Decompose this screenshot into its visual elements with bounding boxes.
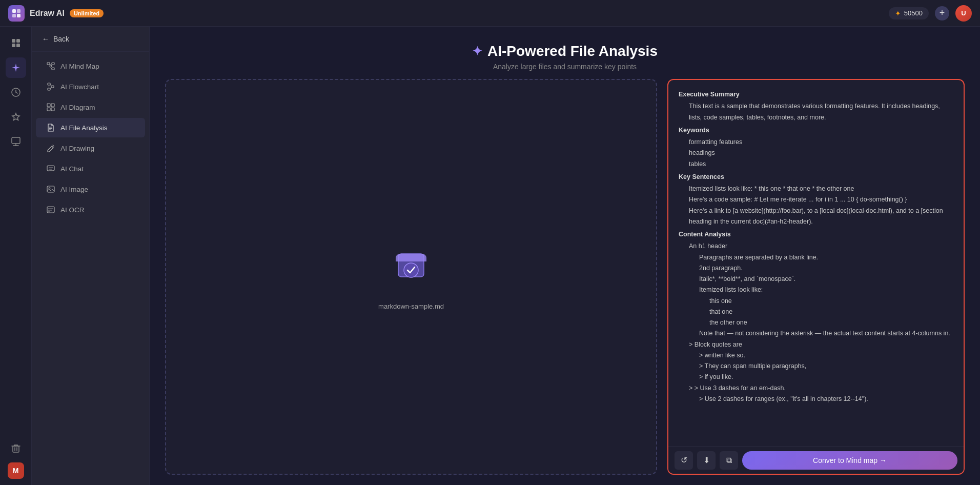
ai-diagram-label: AI Diagram xyxy=(60,104,95,111)
file-drop-panel[interactable]: markdown-sample.md xyxy=(165,79,657,475)
svg-rect-35 xyxy=(47,186,54,192)
result-line-24: > > Use 3 dashes for an em-dash. xyxy=(679,383,953,394)
svg-rect-32 xyxy=(47,166,54,171)
ai-chat-icon xyxy=(46,164,55,173)
svg-rect-13 xyxy=(52,68,54,70)
page-subtitle: Analyze large files and summarize key po… xyxy=(150,63,980,71)
sidebar-item-trash[interactable] xyxy=(6,438,26,458)
result-line-13: 2nd paragraph. xyxy=(679,263,953,274)
file-name: markdown-sample.md xyxy=(378,302,444,310)
svg-rect-19 xyxy=(48,88,50,90)
back-button[interactable]: ← Back xyxy=(32,27,149,52)
svg-rect-27 xyxy=(51,108,54,111)
result-line-14: Italic*, **bold**, and `monospace`. xyxy=(679,274,953,285)
svg-point-43 xyxy=(404,263,418,277)
sidebar-item-ai-chat[interactable]: AI Chat xyxy=(36,159,145,178)
ai-flowchart-label: AI Flowchart xyxy=(60,83,99,91)
svg-rect-1 xyxy=(17,9,21,13)
topbar: Edraw AI Unlimited ✦ 50500 + U xyxy=(0,0,980,27)
svg-line-22 xyxy=(50,84,51,87)
sidebar-item-ai-mind-map[interactable]: AI Mind Map xyxy=(36,56,145,76)
back-label: Back xyxy=(53,35,69,43)
result-line-0: Executive Summary xyxy=(679,89,953,100)
svg-rect-3 xyxy=(17,14,21,17)
sidebar-item-favorites[interactable] xyxy=(6,107,26,127)
user-avatar-small[interactable]: M xyxy=(8,462,24,479)
ai-mind-map-icon xyxy=(46,62,55,71)
svg-point-36 xyxy=(49,188,50,189)
result-line-22: > They can span multiple paragraphs, xyxy=(679,361,953,372)
sidebar-item-templates[interactable] xyxy=(6,131,26,152)
result-line-9: Here's a link to [a website](http://foo.… xyxy=(679,206,953,228)
sidebar-item-ai-image[interactable]: AI Image xyxy=(36,179,145,199)
svg-rect-2 xyxy=(12,14,16,17)
sidebar-item-ai[interactable] xyxy=(6,57,26,78)
ai-image-label: AI Image xyxy=(60,186,88,193)
result-line-21: > written like so. xyxy=(679,350,953,361)
result-line-5: tables xyxy=(679,159,953,170)
content-header: ✦ AI-Powered File Analysis Analyze large… xyxy=(150,27,980,79)
refresh-icon: ↺ xyxy=(681,455,687,465)
svg-rect-5 xyxy=(16,39,20,43)
plus-button[interactable]: + xyxy=(935,6,949,21)
nav-list: AI Mind Map AI Flowchart xyxy=(32,52,149,224)
file-icon xyxy=(391,244,432,292)
download-icon: ⬇ xyxy=(703,455,710,465)
ai-file-analysis-label: AI File Analysis xyxy=(60,124,108,132)
result-line-23: > if you like. xyxy=(679,372,953,382)
svg-rect-7 xyxy=(16,44,20,47)
icon-bar: M xyxy=(0,27,32,485)
convert-button[interactable]: Conver to Mind map → xyxy=(742,451,957,470)
svg-line-23 xyxy=(50,87,51,89)
sidebar-item-ai-file-analysis[interactable]: AI File Analysis xyxy=(36,118,145,137)
result-line-4: headings xyxy=(679,148,953,158)
sidebar-item-ai-flowchart[interactable]: AI Flowchart xyxy=(36,77,145,96)
result-line-18: the other one xyxy=(679,317,953,328)
sidebar-item-home[interactable] xyxy=(6,33,26,53)
result-content[interactable]: Executive Summary This text is a sample … xyxy=(668,80,964,446)
result-panel: Executive Summary This text is a sample … xyxy=(667,79,965,475)
ai-ocr-label: AI OCR xyxy=(60,206,85,214)
credits-display[interactable]: ✦ 50500 xyxy=(889,7,929,19)
result-line-7: Itemized lists look like: * this one * t… xyxy=(679,184,953,194)
app-logo xyxy=(8,5,25,22)
back-arrow-icon: ← xyxy=(42,35,49,43)
result-line-15: Itemized lists look like: xyxy=(679,285,953,295)
sidebar-item-ai-drawing[interactable]: AI Drawing xyxy=(36,138,145,158)
credits-star-icon: ✦ xyxy=(895,9,901,17)
credits-value: 50500 xyxy=(904,9,923,17)
sidebar: ← Back AI Mind Map xyxy=(32,27,150,485)
result-toolbar: ↺ ⬇ ⧉ Conver to Mind map → xyxy=(668,446,964,474)
refresh-button[interactable]: ↺ xyxy=(675,451,693,470)
result-line-8: Here's a code sample: # Let me re-iterat… xyxy=(679,194,953,205)
topbar-right: ✦ 50500 + U xyxy=(889,5,972,22)
copy-icon: ⧉ xyxy=(726,456,732,465)
svg-rect-24 xyxy=(47,104,50,107)
svg-rect-4 xyxy=(12,39,15,43)
ai-flowchart-icon xyxy=(46,82,55,91)
convert-label: Conver to Mind map → xyxy=(813,456,887,464)
result-line-6: Key Sentences xyxy=(679,172,953,183)
result-line-20: > Block quotes are xyxy=(679,339,953,350)
svg-rect-10 xyxy=(13,446,19,452)
svg-rect-18 xyxy=(48,83,50,85)
sidebar-item-ai-ocr[interactable]: AI OCR xyxy=(36,200,145,219)
sidebar-item-history[interactable] xyxy=(6,82,26,103)
result-line-25: > Use 2 dashes for ranges (ex., "it's al… xyxy=(679,394,953,405)
svg-line-31 xyxy=(52,146,53,148)
user-avatar[interactable]: U xyxy=(955,5,972,22)
svg-rect-12 xyxy=(52,63,54,65)
page-title: ✦ AI-Powered File Analysis xyxy=(150,43,980,59)
ai-mind-map-label: AI Mind Map xyxy=(60,63,99,70)
result-line-16: this one xyxy=(679,296,953,307)
result-line-19: Note that — not considering the asterisk… xyxy=(679,328,953,339)
svg-rect-25 xyxy=(51,104,54,107)
ai-image-icon xyxy=(46,185,55,194)
svg-rect-6 xyxy=(12,44,15,47)
content-area: ✦ AI-Powered File Analysis Analyze large… xyxy=(150,27,980,485)
result-line-10: Content Analysis xyxy=(679,229,953,240)
copy-button[interactable]: ⧉ xyxy=(720,451,738,470)
svg-rect-20 xyxy=(51,86,54,88)
download-button[interactable]: ⬇ xyxy=(697,451,716,470)
sidebar-item-ai-diagram[interactable]: AI Diagram xyxy=(36,97,145,117)
